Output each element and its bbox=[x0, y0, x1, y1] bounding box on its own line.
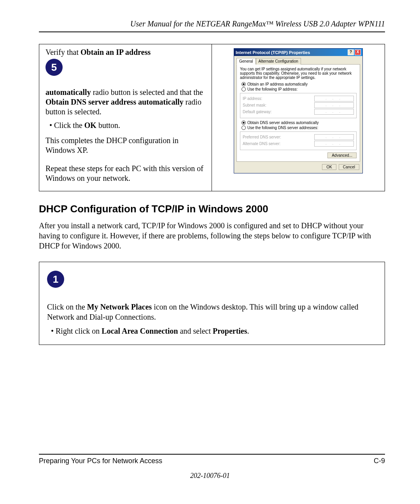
input-gateway[interactable]: . . . bbox=[314, 109, 354, 115]
step5-bullet-b: OK bbox=[84, 121, 96, 130]
ok-button[interactable]: OK bbox=[322, 164, 336, 170]
label-alternate-dns: Alternate DNS server: bbox=[243, 142, 280, 146]
document-number: 202-10076-01 bbox=[0, 472, 420, 480]
radio-obtain-dns-auto-label: Obtain DNS server address automatically bbox=[247, 121, 318, 125]
step5-para3: Repeat these steps for each PC with this… bbox=[46, 164, 208, 183]
step5-line1a: Verify that bbox=[46, 48, 80, 56]
step5-l2b: radio button is selected and that the bbox=[91, 88, 203, 96]
step1-p1a: Click on the bbox=[47, 303, 87, 311]
step1-bullet-e: . bbox=[247, 327, 249, 335]
label-ip-address: IP address: bbox=[243, 96, 262, 101]
step-1-badge: 1 bbox=[47, 271, 64, 288]
help-icon[interactable]: ? bbox=[348, 49, 354, 55]
step1-bullet-b: Local Area Connection bbox=[102, 327, 178, 335]
label-subnet: Subnet mask: bbox=[243, 103, 266, 107]
footer-left: Preparing Your PCs for Network Access bbox=[39, 457, 162, 465]
radio-obtain-ip-auto-label: Obtain an IP address automatically bbox=[247, 82, 308, 86]
input-subnet[interactable]: . . . bbox=[314, 102, 354, 108]
tab-general[interactable]: General bbox=[236, 58, 256, 65]
radio-use-dns[interactable] bbox=[242, 126, 246, 130]
close-icon[interactable]: X bbox=[355, 49, 361, 55]
step5-bullet-a: Click the bbox=[54, 121, 84, 130]
radio-use-ip-label: Use the following IP address: bbox=[247, 87, 298, 91]
label-gateway: Default gateway: bbox=[243, 110, 272, 114]
tcpip-properties-dialog: Internet Protocol (TCP/IP) Properties ? … bbox=[234, 48, 363, 173]
step-5-badge: 5 bbox=[46, 59, 63, 76]
step-5-box: Verify that Obtain an IP address 5 autom… bbox=[39, 44, 385, 191]
dialog-title: Internet Protocol (TCP/IP) Properties bbox=[236, 50, 348, 55]
step5-line1b: Obtain an IP address bbox=[80, 48, 150, 56]
label-preferred-dns: Preferred DNS server: bbox=[243, 135, 281, 139]
step1-bullet-a: Right click on bbox=[56, 327, 102, 335]
input-ip-address[interactable]: . . . bbox=[314, 96, 354, 102]
input-preferred-dns[interactable]: . . . bbox=[314, 134, 354, 140]
step-5-text-column: Verify that Obtain an IP address 5 autom… bbox=[39, 44, 212, 191]
tab-alternate-configuration[interactable]: Alternate Configuration bbox=[256, 58, 301, 65]
cancel-button[interactable]: Cancel bbox=[339, 164, 359, 170]
step5-bullet-c: button. bbox=[96, 121, 120, 130]
dialog-titlebar: Internet Protocol (TCP/IP) Properties ? … bbox=[234, 49, 362, 56]
step-1-box: 1 Click on the My Network Places icon on… bbox=[39, 262, 385, 345]
step5-l2a: automatically bbox=[46, 88, 91, 96]
radio-use-dns-label: Use the following DNS server addresses: bbox=[247, 126, 318, 130]
input-alternate-dns[interactable]: . . . bbox=[314, 141, 354, 147]
step1-bullet-d: Properties bbox=[213, 327, 247, 335]
radio-use-ip[interactable] bbox=[242, 87, 246, 91]
page-header: User Manual for the NETGEAR RangeMax™ Wi… bbox=[39, 19, 385, 32]
step1-p1b: My Network Places bbox=[87, 303, 152, 311]
radio-obtain-dns-auto[interactable] bbox=[242, 121, 246, 125]
section-body: After you install a network card, TCP/IP… bbox=[39, 220, 385, 251]
step-5-image-column: Internet Protocol (TCP/IP) Properties ? … bbox=[212, 44, 385, 191]
step5-para2: This completes the DHCP configuration in… bbox=[46, 136, 208, 155]
advanced-button[interactable]: Advanced... bbox=[327, 152, 357, 158]
footer-right: C-9 bbox=[374, 457, 385, 465]
section-heading: DHCP Configuration of TCP/IP in Windows … bbox=[39, 203, 385, 215]
dialog-description: You can get IP settings assigned automat… bbox=[240, 67, 357, 80]
step5-l2c: Obtain DNS server address automatically bbox=[46, 98, 184, 106]
radio-obtain-ip-auto[interactable] bbox=[242, 82, 246, 86]
step1-bullet-c: and select bbox=[178, 327, 213, 335]
